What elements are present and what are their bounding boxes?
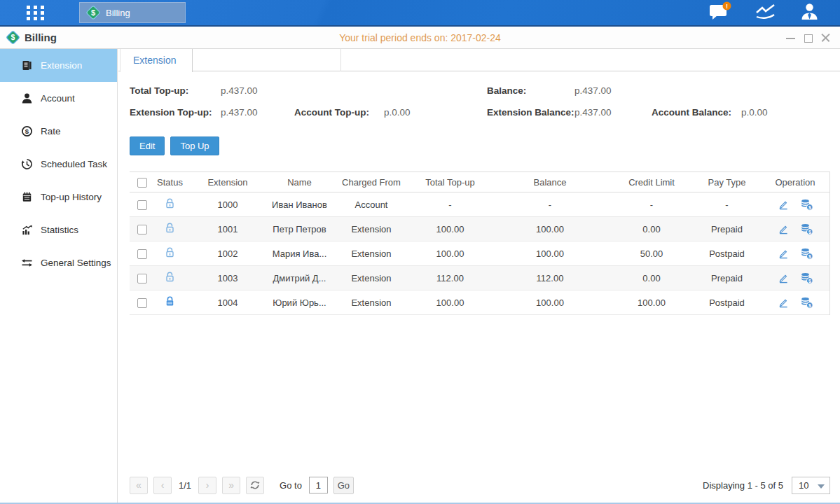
page-size-select[interactable]: 10 <box>792 477 830 494</box>
last-page-button[interactable]: » <box>222 477 240 494</box>
edit-row-icon[interactable] <box>778 223 789 234</box>
dollar-circle-icon: $ <box>21 125 33 137</box>
summary-label: Extension Top-up: <box>130 107 221 118</box>
billing-summary: Total Top-up: p.437.00 Balance: p.437.00… <box>130 80 830 123</box>
billing-diamond-icon: $ <box>85 5 101 20</box>
edit-row-icon[interactable] <box>778 272 789 284</box>
row-checkbox[interactable] <box>137 225 147 234</box>
sidebar-item-label: Scheduled Task <box>41 159 107 169</box>
window-title: Billing <box>25 31 57 43</box>
credit-limit-cell: - <box>610 200 694 210</box>
charged-from-cell: Extension <box>333 298 410 308</box>
sidebar-item-scheduled-task[interactable]: Scheduled Task <box>0 148 117 181</box>
credit-limit-cell: 0.00 <box>610 224 694 234</box>
balance-cell: - <box>490 200 610 210</box>
svg-text:$: $ <box>91 8 95 17</box>
balance-cell: 100.00 <box>490 248 610 259</box>
column-header-operation: Operation <box>760 177 830 188</box>
user-account-icon[interactable] <box>800 2 819 24</box>
column-header-pay-type: Pay Type <box>694 177 760 188</box>
table-row: 1003 Дмитрий Д... Extension 112.00 112.0… <box>130 266 829 290</box>
displaying-text: Displaying 1 - 5 of 5 <box>703 480 783 491</box>
chevron-down-icon <box>818 484 825 489</box>
top-up-button[interactable]: Top Up <box>170 136 219 155</box>
extension-cell: 1000 <box>189 200 266 210</box>
lock-open-icon <box>164 197 176 209</box>
window-title-bar: Your trial period ends on: 2017-02-24 $ … <box>0 27 840 49</box>
refresh-button[interactable] <box>246 477 264 494</box>
sidebar-item-label: Statistics <box>41 225 78 235</box>
goto-page-input[interactable] <box>309 477 328 493</box>
first-page-button[interactable]: « <box>130 477 148 494</box>
total-topup-cell: 100.00 <box>410 298 490 308</box>
column-header-credit-limit: Credit Limit <box>610 177 694 188</box>
app-grid-icon[interactable] <box>27 6 46 20</box>
pay-type-cell: Postpaid <box>694 248 760 259</box>
sidebar-item-account[interactable]: Account <box>0 82 117 115</box>
edit-row-icon[interactable] <box>778 248 789 259</box>
sidebar-item-general-settings[interactable]: General Settings <box>0 246 117 279</box>
balance-cell: 112.00 <box>490 273 610 284</box>
credit-limit-cell: 0.00 <box>610 273 694 284</box>
row-checkbox[interactable] <box>137 249 147 259</box>
row-checkbox[interactable] <box>137 298 147 308</box>
prev-page-button[interactable]: ‹ <box>153 477 172 494</box>
pay-type-cell: Postpaid <box>694 298 760 308</box>
top-up-row-icon[interactable]: $ <box>800 223 813 235</box>
clock-history-icon <box>21 158 33 170</box>
table-row: 1001 Петр Петров Extension 100.00 100.00… <box>130 217 829 241</box>
extension-cell: 1001 <box>189 224 266 234</box>
summary-value: p.437.00 <box>574 85 652 96</box>
ledger-icon <box>21 59 33 71</box>
row-checkbox[interactable] <box>137 274 147 284</box>
next-page-button[interactable]: › <box>198 477 216 494</box>
edit-row-icon[interactable] <box>778 297 789 308</box>
summary-label: Total Top-up: <box>130 85 221 96</box>
sidebar-item-topup-history[interactable]: Top-up History <box>0 181 117 214</box>
name-cell: Петр Петров <box>266 224 333 234</box>
trial-notice: Your trial period ends on: 2017-02-24 <box>0 27 840 49</box>
total-topup-cell: - <box>410 200 490 210</box>
extension-cell: 1004 <box>189 298 266 308</box>
edit-row-icon[interactable] <box>778 199 789 210</box>
lock-open-icon <box>164 222 176 234</box>
taskbar-tab-billing[interactable]: $ Billing <box>79 2 186 23</box>
name-cell: Юрий Юрь... <box>266 298 333 308</box>
maximize-icon[interactable] <box>804 34 813 43</box>
row-checkbox[interactable] <box>137 200 147 210</box>
page-size-value: 10 <box>799 480 808 491</box>
top-up-row-icon[interactable]: $ <box>800 248 813 260</box>
top-up-row-icon[interactable]: $ <box>800 272 813 284</box>
sidebar-item-label: Rate <box>41 126 61 136</box>
summary-label: Balance: <box>487 85 574 96</box>
svg-text:$: $ <box>808 229 811 234</box>
person-icon <box>21 92 33 104</box>
statistics-chart-icon[interactable] <box>755 2 776 23</box>
table-row: 1002 Мария Ива... Extension 100.00 100.0… <box>130 241 829 266</box>
summary-value: p.437.00 <box>221 85 294 96</box>
summary-value: p.437.00 <box>574 107 652 118</box>
sidebar-item-statistics[interactable]: Statistics <box>0 214 117 246</box>
column-header-total-topup: Total Top-up <box>410 177 490 188</box>
edit-button[interactable]: Edit <box>130 136 165 155</box>
sidebar-item-rate[interactable]: $ Rate <box>0 115 117 148</box>
go-button[interactable]: Go <box>333 477 354 494</box>
sidebar-item-extension[interactable]: Extension <box>0 49 117 82</box>
close-icon[interactable] <box>821 34 830 43</box>
top-up-row-icon[interactable]: $ <box>800 297 813 309</box>
tab-extension[interactable]: Extension <box>120 49 193 72</box>
select-all-checkbox[interactable] <box>137 178 147 188</box>
total-topup-cell: 112.00 <box>410 273 490 284</box>
sidebar-item-label: General Settings <box>41 258 111 268</box>
top-bar: $ Billing ! <box>0 0 840 27</box>
table-row: 1000 Иван Иванов Account - - - - $ <box>130 192 829 217</box>
column-header-balance: Balance <box>490 177 610 188</box>
messages-icon[interactable]: ! <box>709 1 731 24</box>
minimize-icon[interactable] <box>786 34 795 43</box>
pay-type-cell: Prepaid <box>694 273 760 284</box>
charged-from-cell: Extension <box>333 273 410 284</box>
top-up-row-icon[interactable]: $ <box>800 199 813 211</box>
sidebar: Extension Account $ Rate Scheduled Task <box>0 49 118 503</box>
tab-strip-divider <box>193 49 341 71</box>
app-window: $ Billing ! <box>0 0 840 504</box>
